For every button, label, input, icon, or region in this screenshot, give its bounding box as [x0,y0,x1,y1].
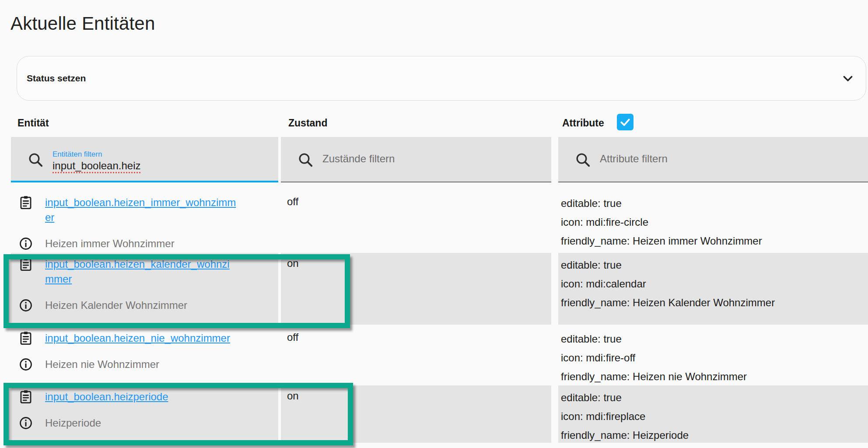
attribute-line: editable: true [561,256,868,274]
attribute-filter-field[interactable]: Attribute filtern [558,137,868,182]
search-icon [297,151,314,168]
info-icon[interactable] [18,416,33,430]
entity-filter-input[interactable]: input_boolean.heiz [52,160,141,172]
entity-id-link[interactable]: input_boolean.heizen_kalender_wohnzimmer [45,257,238,287]
table-row: input_boolean.heizen_immer_wohnzimmer He… [0,191,868,251]
table-row: input_boolean.heizperiode Heizperiode on [0,385,868,443]
entity-attributes: editable: trueicon: mdi:fire-circlefrien… [558,191,868,250]
entity-attributes: editable: trueicon: mdi:fireplacefriendl… [558,385,868,444]
entity-friendly-name: Heizperiode [45,417,101,429]
page-title: Aktuelle Entitäten [10,13,155,34]
state-filter-field[interactable]: Zustände filtern [281,137,551,182]
attribute-line: friendly_name: Heizen nie Wohnzimmer [561,367,868,386]
attribute-filter-input[interactable]: Attribute filtern [600,153,668,165]
set-state-panel-label: Status setzen [27,73,86,84]
entity-state: off [281,327,551,343]
attribute-line: icon: mdi:calendar [561,274,868,293]
entity-state: on [281,385,551,402]
info-icon[interactable] [18,298,33,313]
entity-state: off [281,191,551,208]
states-dev-tool-page: Aktuelle Entitäten Status setzen Entität… [0,0,868,448]
attribute-line: editable: true [561,194,868,213]
attribute-line: editable: true [561,388,868,407]
entity-attributes: editable: trueicon: mdi:fire-offfriendly… [558,327,868,386]
entity-id-link[interactable]: input_boolean.heizen_nie_wohnzimmer [45,331,230,346]
column-header-entity: Entität [18,117,49,135]
entity-id-link[interactable]: input_boolean.heizen_immer_wohnzimmer [45,195,238,225]
entity-filter-label: Entitäten filtern [52,150,102,159]
set-state-expansion-panel[interactable]: Status setzen [17,56,866,101]
entity-id-link[interactable]: input_boolean.heizperiode [45,389,168,404]
column-header-attributes: Attribute [562,117,604,135]
clipboard-copy-icon[interactable] [18,257,33,272]
attribute-line: icon: mdi:fire-circle [561,213,868,231]
entity-filter-field[interactable]: Entitäten filtern input_boolean.heiz [11,137,278,182]
checkbox-check-icon [619,116,631,128]
attributes-checkbox[interactable] [617,114,634,130]
attribute-line: friendly_name: Heizen Kalender Wohnzimme… [561,293,868,312]
search-icon [27,151,44,168]
attribute-line: friendly_name: Heizen immer Wohnzimmer [561,231,868,250]
entity-state: on [281,253,551,270]
state-filter-input[interactable]: Zustände filtern [322,153,395,165]
table-row: input_boolean.heizen_kalender_wohnzimmer… [0,253,868,325]
clipboard-copy-icon[interactable] [18,389,33,404]
search-icon [574,151,592,168]
attribute-line: icon: mdi:fireplace [561,407,868,426]
attribute-line: friendly_name: Heizperiode [561,426,868,444]
entity-friendly-name: Heizen nie Wohnzimmer [45,358,159,371]
clipboard-copy-icon[interactable] [18,331,33,346]
info-icon[interactable] [18,357,33,372]
entity-attributes: editable: trueicon: mdi:calendarfriendly… [558,253,868,312]
table-row: input_boolean.heizen_nie_wohnzimmer Heiz… [0,327,868,381]
attribute-line: editable: true [561,329,868,348]
entity-friendly-name: Heizen Kalender Wohnzimmer [45,299,187,312]
clipboard-copy-icon[interactable] [18,195,33,210]
column-header-state: Zustand [288,117,327,135]
entity-friendly-name: Heizen immer Wohnzimmer [45,238,175,250]
chevron-down-icon [841,72,854,85]
attribute-line: icon: mdi:fire-off [561,348,868,367]
info-icon[interactable] [18,236,33,251]
